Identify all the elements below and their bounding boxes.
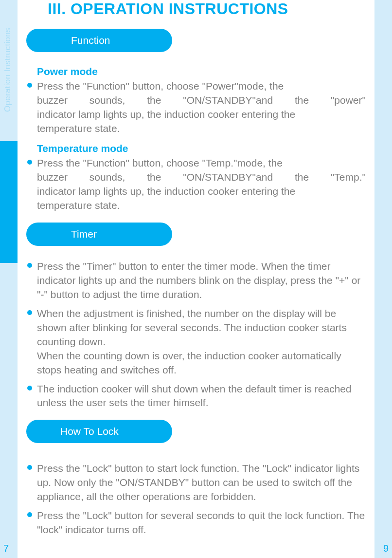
body-text: Press the "Lock" button for several seco… (37, 509, 366, 537)
side-tab-highlight (0, 141, 18, 263)
text-line: indicator lamp lights up, the induction … (37, 185, 366, 199)
bullet-dot-icon (27, 310, 32, 315)
text-line: Press the "Function" button, choose "Tem… (37, 156, 366, 170)
subheading-power-mode: Power mode (37, 66, 366, 77)
bullet-timer-3: The induction cooker will shut down when… (26, 382, 366, 410)
page-number-right: 9 (383, 543, 392, 554)
body-text: Press the "Lock" button to start lock fu… (37, 462, 366, 504)
bullet-power-mode: Press the "Function" button, choose "Pow… (26, 79, 366, 136)
text-line: temperature state. (37, 122, 366, 136)
body-text: Press the "Timer" button to enter the ti… (37, 260, 366, 302)
text-line: Press the "Function" button, choose "Pow… (37, 79, 366, 93)
bullet-lock-1: Press the "Lock" button to start lock fu… (26, 462, 366, 504)
bullet-timer-1: Press the "Timer" button to enter the ti… (26, 260, 366, 302)
text-line: buzzer sounds, the "ON/STANDBY"and the "… (37, 170, 366, 185)
bullet-dot-icon (27, 386, 32, 391)
bullet-dot-icon (27, 83, 32, 88)
subheading-temperature-mode: Temperature mode (37, 143, 366, 154)
bullet-timer-2: When the adjustment is finished, the num… (26, 307, 366, 377)
section-pill-lock: How To Lock (26, 420, 172, 443)
right-margin-strip (374, 0, 392, 558)
section-pill-timer: Timer (26, 223, 172, 246)
page-content: III. OPERATION INSTRUCTIONS Function Pow… (18, 0, 374, 558)
side-tab-label: Operation Instructions (3, 28, 13, 112)
text-line: buzzer sounds, the "ON/STANDBY"and the "… (37, 93, 366, 108)
body-text: The induction cooker will shut down when… (37, 382, 366, 410)
main-heading: III. OPERATION INSTRUCTIONS (48, 0, 366, 18)
text-line: indicator lamp lights up, the induction … (37, 108, 366, 122)
section-pill-function: Function (26, 29, 172, 52)
bullet-dot-icon (27, 160, 32, 165)
text-line: temperature state. (37, 199, 366, 213)
body-text: Press the "Function" button, choose "Pow… (37, 79, 366, 136)
bullet-dot-icon (27, 512, 32, 517)
bullet-temperature-mode: Press the "Function" button, choose "Tem… (26, 156, 366, 213)
bullet-dot-icon (27, 465, 32, 470)
bullet-dot-icon (27, 263, 32, 268)
bullet-lock-2: Press the "Lock" button for several seco… (26, 509, 366, 537)
page-number-left: 7 (0, 543, 9, 554)
body-text: Press the "Function" button, choose "Tem… (37, 156, 366, 213)
body-text: When the adjustment is finished, the num… (37, 307, 366, 377)
